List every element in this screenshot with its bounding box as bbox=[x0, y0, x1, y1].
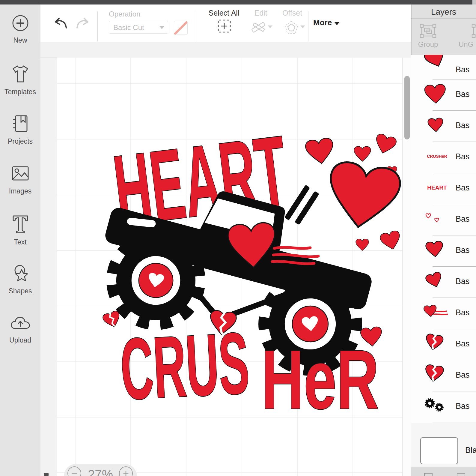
sidebar-item-templates[interactable]: Templates bbox=[0, 63, 40, 96]
broken-heart-thumb bbox=[423, 362, 448, 390]
front-wheel[interactable] bbox=[107, 232, 204, 329]
sidebar-item-label: New bbox=[0, 36, 40, 44]
heart-thumb bbox=[423, 237, 448, 265]
slice-tool-icon[interactable] bbox=[424, 473, 433, 476]
heart-thumb bbox=[423, 268, 448, 296]
canvas-left-margin bbox=[40, 42, 57, 476]
operation-label: Operation bbox=[109, 10, 140, 18]
offset-label: Offset bbox=[282, 9, 302, 17]
os-top-bar bbox=[0, 0, 476, 4]
toolbar-divider bbox=[196, 11, 196, 41]
undo-button[interactable] bbox=[52, 15, 69, 32]
layer-row[interactable]: Bas bbox=[411, 329, 476, 360]
tshirt-icon bbox=[10, 63, 31, 84]
shapes-icon bbox=[10, 263, 31, 283]
canvas-top-margin bbox=[40, 42, 411, 58]
chevron-down-icon bbox=[334, 22, 340, 25]
word-her[interactable]: HeR bbox=[261, 333, 379, 427]
crusher-word-thumb: CRUSHeR bbox=[422, 154, 452, 159]
heart-shape bbox=[305, 137, 335, 166]
sidebar-item-label: Upload bbox=[0, 336, 40, 344]
chevron-down-icon bbox=[300, 25, 305, 28]
sidebar-item-shapes[interactable]: Shapes bbox=[0, 263, 40, 295]
zoom-control: − 27% + bbox=[64, 464, 137, 476]
select-all-button[interactable]: Select All bbox=[206, 9, 242, 17]
layer-row[interactable]: Bas bbox=[411, 204, 476, 235]
heart-shape bbox=[379, 230, 402, 252]
group-button[interactable]: Group bbox=[416, 23, 440, 49]
group-icon bbox=[419, 23, 437, 39]
ungroup-icon bbox=[471, 23, 476, 39]
image-icon bbox=[10, 164, 31, 184]
svg-text:HeR: HeR bbox=[261, 333, 379, 427]
bottom-left-widget bbox=[44, 473, 49, 476]
layer-row[interactable]: Bas bbox=[411, 267, 476, 298]
edit-toolbar: Operation Basic Cut Select All Edit Offs… bbox=[40, 4, 411, 42]
heart-shape bbox=[356, 239, 369, 251]
canvas-scrollbar-thumb[interactable] bbox=[404, 76, 410, 139]
heart-thumb bbox=[423, 112, 448, 140]
layer-row[interactable]: Bas bbox=[411, 235, 476, 267]
design-artwork[interactable]: HEART CRUS HeR bbox=[57, 58, 402, 476]
svg-text:CRUS: CRUS bbox=[118, 314, 251, 418]
edit-button[interactable]: Edit bbox=[250, 9, 271, 17]
redo-button[interactable] bbox=[74, 15, 91, 32]
plus-circle-icon bbox=[11, 13, 30, 33]
blank-canvas-thumb[interactable] bbox=[420, 437, 458, 464]
zoom-out-button[interactable]: − bbox=[67, 466, 81, 476]
edit-pencil-ruler-icon bbox=[251, 20, 266, 34]
sidebar-item-images[interactable]: Images bbox=[0, 164, 40, 195]
big-heart-shape bbox=[324, 160, 402, 232]
color-swatch-button[interactable] bbox=[174, 21, 188, 35]
edit-label: Edit bbox=[254, 9, 267, 17]
select-all-icon bbox=[217, 19, 231, 33]
sidebar-item-new[interactable]: New bbox=[0, 13, 40, 44]
layer-row[interactable]: Bas bbox=[411, 79, 476, 111]
more-button[interactable]: More bbox=[313, 18, 340, 27]
sidebar-item-label: Templates bbox=[0, 88, 40, 96]
zoom-level: 27% bbox=[85, 467, 115, 476]
zoom-in-button[interactable]: + bbox=[119, 466, 133, 476]
operation-select[interactable]: Basic Cut bbox=[109, 21, 168, 34]
notebook-icon bbox=[10, 114, 31, 134]
sidebar-item-upload[interactable]: Upload bbox=[0, 313, 40, 344]
layers-title-rule bbox=[411, 19, 476, 19]
ungroup-button[interactable]: UnG bbox=[459, 23, 476, 49]
upload-cloud-icon bbox=[9, 313, 32, 333]
toolbar-divider bbox=[308, 11, 308, 41]
top-scroll-corner bbox=[472, 0, 476, 4]
group-label: Group bbox=[416, 40, 440, 49]
more-label: More bbox=[313, 18, 332, 27]
offset-button[interactable]: Offset bbox=[279, 9, 306, 17]
broken-heart-thumb bbox=[423, 331, 448, 358]
layer-row[interactable]: Bas bbox=[411, 111, 476, 142]
sidebar-item-text[interactable]: Text bbox=[0, 214, 40, 246]
layer-row[interactable]: HEART Bas bbox=[411, 173, 476, 204]
chevron-down-icon bbox=[268, 25, 272, 28]
layer-row[interactable]: Bas bbox=[411, 298, 476, 329]
heart-word-thumb: HEART bbox=[422, 184, 452, 191]
weld-tool-icon[interactable] bbox=[457, 473, 465, 476]
flame-heart-thumb bbox=[423, 300, 448, 327]
ungroup-label: UnG bbox=[459, 40, 476, 49]
sidebar-item-label: Text bbox=[0, 238, 40, 246]
gears-thumb bbox=[423, 393, 448, 421]
sidebar-item-label: Images bbox=[0, 187, 40, 195]
heart-thumb bbox=[423, 55, 448, 75]
mat-label: Bla bbox=[465, 446, 476, 455]
heart-shape bbox=[354, 146, 371, 161]
toolbar-divider bbox=[97, 11, 98, 41]
layer-row[interactable]: Bas bbox=[411, 360, 476, 391]
sidebar-item-label: Shapes bbox=[0, 287, 40, 295]
left-sidebar: New Templates Projects Images Text bbox=[0, 4, 41, 476]
layer-row[interactable]: Bas bbox=[411, 391, 476, 423]
offset-pentagon-icon bbox=[284, 20, 299, 34]
layers-bottom-toolbar bbox=[411, 467, 476, 476]
text-icon bbox=[10, 214, 31, 235]
sidebar-item-projects[interactable]: Projects bbox=[0, 114, 40, 145]
layers-panel-title: Layers bbox=[411, 7, 476, 17]
layer-row[interactable]: CRUSHeR Bas bbox=[411, 142, 476, 173]
heart-thumb bbox=[423, 81, 448, 109]
tiny-hearts-outline-thumb bbox=[423, 206, 448, 234]
word-crus[interactable]: CRUS bbox=[118, 314, 251, 418]
